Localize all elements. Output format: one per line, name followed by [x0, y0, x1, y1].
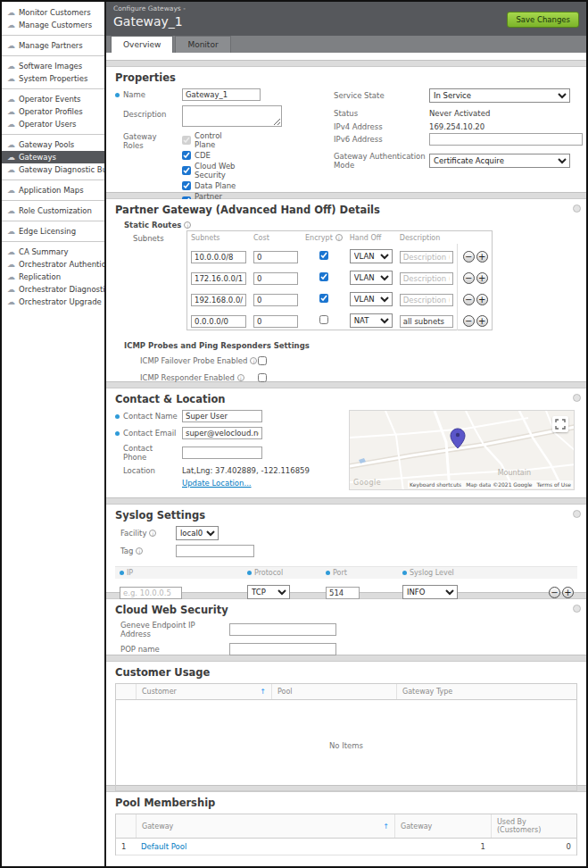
- route-description-input[interactable]: [400, 294, 453, 306]
- tag-input[interactable]: [176, 545, 254, 557]
- ipv6-input[interactable]: [429, 133, 583, 146]
- info-icon[interactable]: [184, 221, 191, 229]
- remove-row-button[interactable]: [549, 587, 560, 598]
- remove-row-button[interactable]: [463, 315, 475, 327]
- auth-mode-select[interactable]: Certificate Acquire: [429, 154, 570, 168]
- sidebar-item-role-customization[interactable]: Role Customization: [2, 204, 104, 217]
- sidebar-item-gateway-pools[interactable]: Gateway Pools: [2, 138, 104, 151]
- handoff-select[interactable]: VLAN: [350, 249, 393, 263]
- syslog-protocol-select[interactable]: TCP: [247, 585, 290, 599]
- role-control-plane-checkbox[interactable]: [182, 136, 191, 145]
- syslog-port-input[interactable]: [326, 587, 360, 599]
- icmp-settings-title: ICMP Probes and Ping Responders Settings: [124, 341, 577, 350]
- facility-select[interactable]: local0: [176, 526, 219, 540]
- role-cde-checkbox[interactable]: [182, 151, 191, 160]
- info-icon[interactable]: [136, 547, 143, 555]
- sidebar-item-edge-licensing[interactable]: Edge Licensing: [2, 225, 104, 238]
- sidebar-item-orchestrator-upgrade[interactable]: Orchestrator Upgrade: [2, 296, 104, 308]
- route-description-input[interactable]: [400, 315, 453, 328]
- collapse-icon[interactable]: [573, 605, 581, 613]
- route-description-input[interactable]: [400, 251, 453, 263]
- description-label: Description: [123, 110, 178, 119]
- encrypt-checkbox[interactable]: [319, 272, 328, 281]
- cost-input[interactable]: [253, 272, 298, 285]
- add-row-button[interactable]: [476, 294, 488, 305]
- description-input[interactable]: [182, 105, 282, 127]
- remove-row-button[interactable]: [463, 294, 475, 305]
- add-row-button[interactable]: [476, 315, 488, 327]
- sidebar-item-operator-events[interactable]: Operator Events: [2, 93, 104, 105]
- default-pool-link[interactable]: Default Pool: [141, 842, 186, 851]
- col-gateway[interactable]: Gateway: [136, 814, 394, 838]
- handoff-select[interactable]: VLAN: [350, 271, 393, 285]
- handoff-select[interactable]: NAT: [350, 313, 393, 328]
- subnet-input[interactable]: [191, 294, 246, 306]
- keyboard-shortcuts-link[interactable]: Keyboard shortcuts: [410, 481, 461, 488]
- update-location-link[interactable]: Update Location...: [182, 479, 310, 488]
- sidebar-item-system-properties[interactable]: System Properties: [2, 72, 104, 85]
- sidebar-item-monitor-customers[interactable]: Monitor Customers: [2, 6, 104, 19]
- add-row-button[interactable]: [476, 251, 488, 263]
- contact-name-input[interactable]: [182, 410, 262, 422]
- collapse-icon[interactable]: [573, 510, 581, 518]
- col-gateway-type[interactable]: Gateway Type: [396, 684, 576, 699]
- geneve-endpoint-input[interactable]: [229, 623, 336, 636]
- fullscreen-button[interactable]: [552, 416, 568, 432]
- handoff-select[interactable]: VLAN: [350, 292, 393, 306]
- cost-input[interactable]: [253, 251, 298, 263]
- syslog-level-select[interactable]: INFO: [402, 585, 458, 599]
- pop-name-input[interactable]: [229, 643, 336, 655]
- subnet-input[interactable]: [191, 251, 246, 263]
- encrypt-checkbox[interactable]: [319, 251, 328, 260]
- col-used-by[interactable]: Used By (Customers): [491, 814, 576, 838]
- name-input[interactable]: [182, 88, 261, 101]
- sidebar-item-operator-users[interactable]: Operator Users: [2, 118, 104, 130]
- subnet-input[interactable]: [191, 315, 246, 328]
- add-row-button[interactable]: [476, 272, 488, 284]
- sidebar-item-operator-profiles[interactable]: Operator Profiles: [2, 105, 104, 118]
- icmp-failover-checkbox[interactable]: [258, 356, 267, 365]
- required-dot-icon: [402, 571, 407, 575]
- icmp-responder-checkbox[interactable]: [258, 373, 267, 382]
- sidebar-item-gateway-diagnostic-bundles[interactable]: Gateway Diagnostic Bundles: [2, 163, 104, 176]
- add-row-button[interactable]: [562, 587, 574, 598]
- cost-input[interactable]: [253, 315, 298, 328]
- role-cws-checkbox[interactable]: [182, 166, 191, 175]
- save-changes-button[interactable]: Save Changes: [507, 12, 579, 28]
- encrypt-checkbox[interactable]: [319, 294, 328, 303]
- sidebar-item-manage-customers[interactable]: Manage Customers: [2, 19, 104, 31]
- sidebar-item-manage-partners[interactable]: Manage Partners: [2, 39, 104, 52]
- contact-email-input[interactable]: [182, 427, 262, 439]
- remove-row-button[interactable]: [463, 272, 475, 284]
- terms-of-use-link[interactable]: Terms of Use: [537, 481, 571, 488]
- route-description-input[interactable]: [400, 272, 453, 285]
- role-data-plane-checkbox[interactable]: [182, 181, 191, 190]
- info-icon[interactable]: [335, 234, 343, 241]
- sidebar-item-orchestrator-diagnostics[interactable]: Orchestrator Diagnostics: [2, 283, 104, 296]
- tab-overview[interactable]: Overview: [111, 36, 173, 53]
- tab-monitor[interactable]: Monitor: [175, 36, 230, 53]
- sidebar-item-software-images[interactable]: Software Images: [2, 60, 104, 72]
- col-gateway-count[interactable]: Gateway: [394, 814, 491, 838]
- col-handoff: Hand Off: [346, 231, 396, 245]
- syslog-ip-input[interactable]: [120, 587, 182, 599]
- sidebar-item-gateways[interactable]: Gateways: [2, 151, 104, 163]
- info-icon[interactable]: [237, 374, 244, 381]
- col-customer[interactable]: Customer: [136, 684, 271, 699]
- sidebar-item-orchestrator-authentication[interactable]: Orchestrator Authentication: [2, 258, 104, 271]
- subnet-input[interactable]: [191, 272, 246, 285]
- sidebar-item-replication[interactable]: Replication: [2, 271, 104, 283]
- encrypt-checkbox[interactable]: [319, 315, 328, 324]
- remove-row-button[interactable]: [463, 251, 475, 263]
- info-icon[interactable]: [250, 357, 257, 364]
- sidebar-item-application-maps[interactable]: Application Maps: [2, 184, 104, 196]
- col-pool[interactable]: Pool: [271, 684, 396, 699]
- contact-phone-input[interactable]: [182, 447, 262, 459]
- location-map[interactable]: Google Mountain Keyboard shortcuts Map d…: [349, 410, 575, 490]
- sidebar-item-ca-summary[interactable]: CA Summary: [2, 246, 104, 258]
- info-icon[interactable]: [149, 530, 156, 537]
- collapse-icon[interactable]: [573, 394, 581, 402]
- cost-input[interactable]: [253, 294, 298, 306]
- service-state-select[interactable]: In Service: [429, 88, 570, 103]
- collapse-icon[interactable]: [573, 204, 581, 213]
